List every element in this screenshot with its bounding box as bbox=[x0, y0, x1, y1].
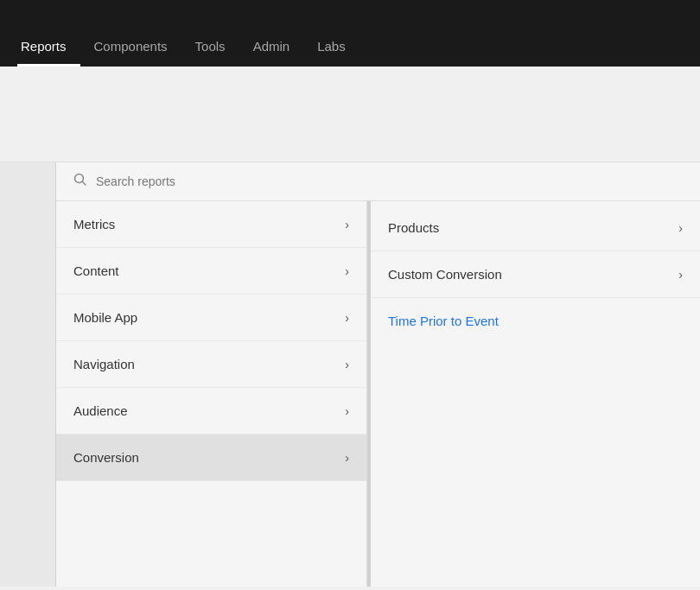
menu-item-label: Conversion bbox=[73, 450, 139, 465]
menu-item-navigation[interactable]: Navigation › bbox=[56, 341, 366, 388]
right-column: Products › Custom Conversion › Time Prio… bbox=[371, 201, 700, 587]
chevron-right-icon: › bbox=[345, 218, 349, 232]
top-navigation: Reports Components Tools Admin Labs bbox=[0, 0, 700, 67]
nav-item-components[interactable]: Components bbox=[80, 29, 181, 67]
gray-spacer bbox=[0, 67, 700, 162]
right-menu-item-time-prior[interactable]: Time Prior to Event bbox=[371, 298, 700, 344]
chevron-right-icon: › bbox=[345, 404, 349, 418]
chevron-right-icon: › bbox=[678, 268, 683, 282]
menu-item-mobile-app[interactable]: Mobile App › bbox=[56, 295, 366, 341]
menu-item-label: Navigation bbox=[73, 357, 135, 371]
nav-item-tools[interactable]: Tools bbox=[181, 29, 239, 67]
chevron-right-icon: › bbox=[345, 264, 349, 278]
svg-line-1 bbox=[83, 182, 86, 186]
chevron-right-icon: › bbox=[345, 451, 349, 465]
right-menu-item-custom-conversion[interactable]: Custom Conversion › bbox=[371, 251, 700, 298]
menu-columns: Metrics › Content › Mobile App › Navigat… bbox=[56, 201, 700, 587]
left-strip bbox=[0, 162, 56, 587]
menu-item-audience[interactable]: Audience › bbox=[56, 388, 366, 435]
nav-item-admin[interactable]: Admin bbox=[239, 29, 304, 67]
menu-item-content[interactable]: Content › bbox=[56, 248, 366, 295]
left-column: Metrics › Content › Mobile App › Navigat… bbox=[56, 201, 367, 587]
nav-item-labs[interactable]: Labs bbox=[303, 29, 360, 67]
right-menu-item-label: Custom Conversion bbox=[388, 267, 502, 282]
right-menu-item-label: Time Prior to Event bbox=[388, 314, 499, 328]
search-bar bbox=[56, 162, 700, 201]
menu-item-label: Metrics bbox=[73, 217, 115, 232]
search-input[interactable] bbox=[96, 174, 683, 188]
chevron-right-icon: › bbox=[345, 311, 349, 325]
right-menu-item-products[interactable]: Products › bbox=[371, 205, 700, 251]
menu-item-label: Audience bbox=[73, 403, 128, 418]
menu-item-label: Mobile App bbox=[73, 310, 137, 325]
dropdown-panel: Metrics › Content › Mobile App › Navigat… bbox=[0, 162, 700, 587]
menu-item-metrics[interactable]: Metrics › bbox=[56, 201, 366, 248]
main-panel: Metrics › Content › Mobile App › Navigat… bbox=[56, 162, 700, 587]
chevron-right-icon: › bbox=[345, 358, 349, 371]
search-icon bbox=[73, 173, 87, 190]
nav-item-reports[interactable]: Reports bbox=[17, 29, 80, 67]
menu-item-conversion[interactable]: Conversion › bbox=[56, 435, 366, 481]
menu-item-label: Content bbox=[73, 263, 119, 278]
chevron-right-icon: › bbox=[678, 221, 683, 235]
right-menu-item-label: Products bbox=[388, 220, 439, 235]
